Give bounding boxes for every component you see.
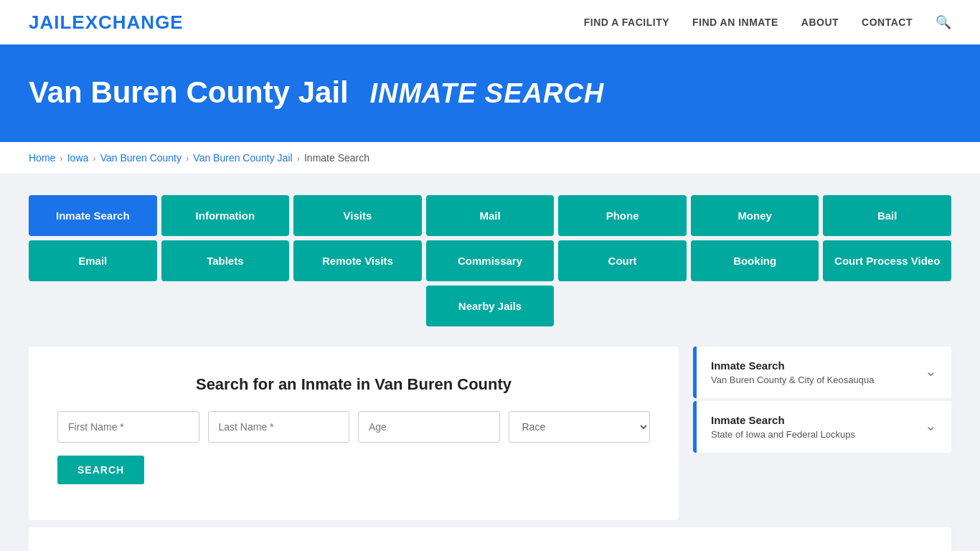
- sidebar-card-1-chevron: ⌄: [925, 362, 937, 380]
- race-select[interactable]: Race White Black Hispanic Asian Other: [509, 411, 651, 443]
- logo-jail: JAIL: [29, 11, 72, 33]
- search-icon[interactable]: 🔍: [936, 15, 951, 29]
- nav-find-facility[interactable]: FIND A FACILITY: [584, 17, 669, 28]
- breadcrumb-iowa[interactable]: Iowa: [67, 152, 89, 164]
- breadcrumb-home[interactable]: Home: [29, 152, 55, 164]
- breadcrumb-sep-4: ›: [297, 153, 300, 164]
- btn-tablets[interactable]: Tablets: [161, 240, 290, 281]
- btn-court[interactable]: Court: [558, 240, 687, 281]
- site-logo[interactable]: JAILEXCHANGE: [29, 11, 184, 34]
- breadcrumb-van-buren-county[interactable]: Van Buren County: [100, 152, 182, 164]
- main-sidebar-layout: Search for an Inmate in Van Buren County…: [29, 347, 951, 520]
- nav-about[interactable]: ABOUT: [801, 17, 839, 28]
- sidebar-card-2-subtitle: State of Iowa and Federal Lockups: [711, 429, 855, 440]
- sidebar-card-2-text: Inmate Search State of Iowa and Federal …: [711, 414, 855, 440]
- breadcrumb-sep-3: ›: [186, 153, 189, 164]
- breadcrumb-jail[interactable]: Van Buren County Jail: [193, 152, 292, 164]
- sidebar-card-1-text: Inmate Search Van Buren County & City of…: [711, 359, 874, 385]
- btn-booking[interactable]: Booking: [691, 240, 819, 281]
- form-row-inputs: Race White Black Hispanic Asian Other: [57, 411, 650, 443]
- btn-commissary[interactable]: Commissary: [426, 240, 555, 281]
- button-grid-row1: Inmate Search Information Visits Mail Ph…: [29, 195, 951, 236]
- inmate-search-form-box: Search for an Inmate in Van Buren County…: [29, 347, 679, 520]
- sidebar-card-1-title: Inmate Search: [711, 359, 874, 372]
- btn-inmate-search[interactable]: Inmate Search: [29, 195, 157, 236]
- btn-money[interactable]: Money: [691, 195, 819, 236]
- nav-links: FIND A FACILITY FIND AN INMATE ABOUT CON…: [584, 14, 951, 30]
- sidebar-card-1-subtitle: Van Buren County & City of Keosauqua: [711, 375, 874, 385]
- logo-exchange: EXCHANGE: [72, 11, 183, 33]
- breadcrumb-current: Inmate Search: [304, 152, 369, 164]
- page-title: Van Buren County Jail INMATE SEARCH: [29, 75, 951, 110]
- age-input[interactable]: [358, 411, 500, 443]
- btn-information[interactable]: Information: [161, 195, 290, 236]
- nav-find-inmate[interactable]: FIND AN INMATE: [692, 17, 778, 28]
- sidebar-card-2-header[interactable]: Inmate Search State of Iowa and Federal …: [693, 401, 951, 453]
- sidebar-card-2-title: Inmate Search: [711, 414, 855, 426]
- last-name-input[interactable]: [208, 411, 350, 443]
- sidebar-card-2: Inmate Search State of Iowa and Federal …: [693, 401, 951, 453]
- breadcrumb: Home › Iowa › Van Buren County › Van Bur…: [0, 142, 980, 174]
- btn-phone[interactable]: Phone: [558, 195, 687, 236]
- first-name-input[interactable]: [57, 411, 199, 443]
- button-grid-row3: Nearby Jails: [29, 286, 951, 326]
- sidebar-card-1: Inmate Search Van Buren County & City of…: [693, 347, 951, 398]
- content-area: Inmate Search Information Visits Mail Ph…: [0, 174, 980, 551]
- nav-contact[interactable]: CONTACT: [862, 17, 913, 28]
- breadcrumb-sep-2: ›: [93, 153, 95, 164]
- search-submit-button[interactable]: SEARCH: [57, 456, 144, 484]
- sidebar-card-2-chevron: ⌄: [925, 417, 937, 434]
- btn-email[interactable]: Email: [29, 240, 157, 281]
- btn-mail[interactable]: Mail: [426, 195, 555, 236]
- btn-nearby-jails[interactable]: Nearby Jails: [426, 286, 555, 326]
- sidebar-card-1-header[interactable]: Inmate Search Van Buren County & City of…: [693, 347, 951, 398]
- btn-bail[interactable]: Bail: [823, 195, 951, 236]
- search-form-title: Search for an Inmate in Van Buren County: [57, 375, 650, 394]
- hero-section: Van Buren County Jail INMATE SEARCH: [0, 47, 980, 142]
- breadcrumb-sep-1: ›: [60, 153, 62, 164]
- bottom-section: [29, 527, 951, 551]
- btn-visits[interactable]: Visits: [293, 195, 422, 236]
- btn-court-process-video[interactable]: Court Process Video: [823, 240, 951, 281]
- sidebar: Inmate Search Van Buren County & City of…: [693, 347, 951, 456]
- btn-remote-visits[interactable]: Remote Visits: [293, 240, 422, 281]
- button-grid-row2: Email Tablets Remote Visits Commissary C…: [29, 240, 951, 281]
- navigation: JAILEXCHANGE FIND A FACILITY FIND AN INM…: [0, 0, 980, 47]
